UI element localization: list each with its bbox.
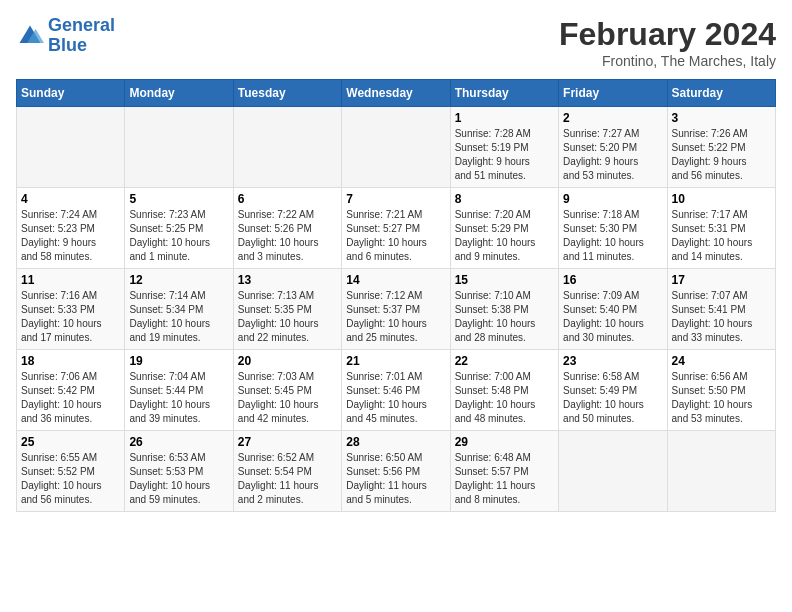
day-number: 29 [455, 435, 554, 449]
calendar-cell: 21Sunrise: 7:01 AMSunset: 5:46 PMDayligh… [342, 350, 450, 431]
logo-icon [16, 22, 44, 50]
day-info: Sunrise: 7:24 AMSunset: 5:23 PMDaylight:… [21, 208, 120, 264]
page-title: February 2024 [559, 16, 776, 53]
day-info: Sunrise: 6:55 AMSunset: 5:52 PMDaylight:… [21, 451, 120, 507]
calendar-cell: 18Sunrise: 7:06 AMSunset: 5:42 PMDayligh… [17, 350, 125, 431]
weekday-header-saturday: Saturday [667, 80, 775, 107]
calendar-cell: 12Sunrise: 7:14 AMSunset: 5:34 PMDayligh… [125, 269, 233, 350]
header: General Blue February 2024 Frontino, The… [16, 16, 776, 69]
day-number: 26 [129, 435, 228, 449]
calendar-cell [342, 107, 450, 188]
calendar-cell: 26Sunrise: 6:53 AMSunset: 5:53 PMDayligh… [125, 431, 233, 512]
day-number: 6 [238, 192, 337, 206]
day-number: 23 [563, 354, 662, 368]
day-number: 14 [346, 273, 445, 287]
day-number: 25 [21, 435, 120, 449]
day-info: Sunrise: 7:17 AMSunset: 5:31 PMDaylight:… [672, 208, 771, 264]
weekday-header-friday: Friday [559, 80, 667, 107]
calendar-cell: 13Sunrise: 7:13 AMSunset: 5:35 PMDayligh… [233, 269, 341, 350]
calendar-cell: 1Sunrise: 7:28 AMSunset: 5:19 PMDaylight… [450, 107, 558, 188]
day-info: Sunrise: 6:53 AMSunset: 5:53 PMDaylight:… [129, 451, 228, 507]
calendar-cell: 9Sunrise: 7:18 AMSunset: 5:30 PMDaylight… [559, 188, 667, 269]
calendar-cell [559, 431, 667, 512]
calendar-cell: 5Sunrise: 7:23 AMSunset: 5:25 PMDaylight… [125, 188, 233, 269]
day-info: Sunrise: 7:26 AMSunset: 5:22 PMDaylight:… [672, 127, 771, 183]
logo: General Blue [16, 16, 115, 56]
day-number: 1 [455, 111, 554, 125]
day-info: Sunrise: 7:27 AMSunset: 5:20 PMDaylight:… [563, 127, 662, 183]
day-number: 9 [563, 192, 662, 206]
day-info: Sunrise: 7:09 AMSunset: 5:40 PMDaylight:… [563, 289, 662, 345]
weekday-header-thursday: Thursday [450, 80, 558, 107]
day-info: Sunrise: 6:50 AMSunset: 5:56 PMDaylight:… [346, 451, 445, 507]
day-number: 7 [346, 192, 445, 206]
title-section: February 2024 Frontino, The Marches, Ita… [559, 16, 776, 69]
day-number: 17 [672, 273, 771, 287]
calendar-cell [233, 107, 341, 188]
day-number: 28 [346, 435, 445, 449]
day-number: 5 [129, 192, 228, 206]
calendar-cell: 17Sunrise: 7:07 AMSunset: 5:41 PMDayligh… [667, 269, 775, 350]
day-info: Sunrise: 7:14 AMSunset: 5:34 PMDaylight:… [129, 289, 228, 345]
calendar-cell: 27Sunrise: 6:52 AMSunset: 5:54 PMDayligh… [233, 431, 341, 512]
day-info: Sunrise: 7:10 AMSunset: 5:38 PMDaylight:… [455, 289, 554, 345]
day-info: Sunrise: 6:52 AMSunset: 5:54 PMDaylight:… [238, 451, 337, 507]
day-info: Sunrise: 7:20 AMSunset: 5:29 PMDaylight:… [455, 208, 554, 264]
calendar-table: SundayMondayTuesdayWednesdayThursdayFrid… [16, 79, 776, 512]
day-number: 15 [455, 273, 554, 287]
day-number: 21 [346, 354, 445, 368]
day-number: 4 [21, 192, 120, 206]
day-number: 10 [672, 192, 771, 206]
day-info: Sunrise: 7:28 AMSunset: 5:19 PMDaylight:… [455, 127, 554, 183]
day-number: 12 [129, 273, 228, 287]
calendar-cell: 16Sunrise: 7:09 AMSunset: 5:40 PMDayligh… [559, 269, 667, 350]
calendar-cell: 14Sunrise: 7:12 AMSunset: 5:37 PMDayligh… [342, 269, 450, 350]
calendar-cell: 20Sunrise: 7:03 AMSunset: 5:45 PMDayligh… [233, 350, 341, 431]
day-info: Sunrise: 7:23 AMSunset: 5:25 PMDaylight:… [129, 208, 228, 264]
day-info: Sunrise: 7:22 AMSunset: 5:26 PMDaylight:… [238, 208, 337, 264]
calendar-cell: 15Sunrise: 7:10 AMSunset: 5:38 PMDayligh… [450, 269, 558, 350]
day-number: 20 [238, 354, 337, 368]
calendar-cell [17, 107, 125, 188]
calendar-week-row: 11Sunrise: 7:16 AMSunset: 5:33 PMDayligh… [17, 269, 776, 350]
day-number: 8 [455, 192, 554, 206]
day-number: 2 [563, 111, 662, 125]
calendar-week-row: 18Sunrise: 7:06 AMSunset: 5:42 PMDayligh… [17, 350, 776, 431]
logo-text: General Blue [48, 16, 115, 56]
day-info: Sunrise: 7:18 AMSunset: 5:30 PMDaylight:… [563, 208, 662, 264]
day-number: 16 [563, 273, 662, 287]
calendar-cell: 23Sunrise: 6:58 AMSunset: 5:49 PMDayligh… [559, 350, 667, 431]
calendar-cell: 22Sunrise: 7:00 AMSunset: 5:48 PMDayligh… [450, 350, 558, 431]
day-info: Sunrise: 7:03 AMSunset: 5:45 PMDaylight:… [238, 370, 337, 426]
weekday-header-row: SundayMondayTuesdayWednesdayThursdayFrid… [17, 80, 776, 107]
weekday-header-tuesday: Tuesday [233, 80, 341, 107]
calendar-cell: 11Sunrise: 7:16 AMSunset: 5:33 PMDayligh… [17, 269, 125, 350]
calendar-cell [667, 431, 775, 512]
weekday-header-sunday: Sunday [17, 80, 125, 107]
day-number: 18 [21, 354, 120, 368]
calendar-cell [125, 107, 233, 188]
day-number: 24 [672, 354, 771, 368]
calendar-cell: 7Sunrise: 7:21 AMSunset: 5:27 PMDaylight… [342, 188, 450, 269]
calendar-cell: 6Sunrise: 7:22 AMSunset: 5:26 PMDaylight… [233, 188, 341, 269]
day-info: Sunrise: 7:06 AMSunset: 5:42 PMDaylight:… [21, 370, 120, 426]
page-subtitle: Frontino, The Marches, Italy [559, 53, 776, 69]
day-info: Sunrise: 7:16 AMSunset: 5:33 PMDaylight:… [21, 289, 120, 345]
day-info: Sunrise: 7:12 AMSunset: 5:37 PMDaylight:… [346, 289, 445, 345]
day-info: Sunrise: 6:58 AMSunset: 5:49 PMDaylight:… [563, 370, 662, 426]
calendar-week-row: 1Sunrise: 7:28 AMSunset: 5:19 PMDaylight… [17, 107, 776, 188]
weekday-header-wednesday: Wednesday [342, 80, 450, 107]
day-info: Sunrise: 7:13 AMSunset: 5:35 PMDaylight:… [238, 289, 337, 345]
calendar-cell: 10Sunrise: 7:17 AMSunset: 5:31 PMDayligh… [667, 188, 775, 269]
calendar-cell: 3Sunrise: 7:26 AMSunset: 5:22 PMDaylight… [667, 107, 775, 188]
day-info: Sunrise: 6:56 AMSunset: 5:50 PMDaylight:… [672, 370, 771, 426]
day-number: 22 [455, 354, 554, 368]
day-info: Sunrise: 6:48 AMSunset: 5:57 PMDaylight:… [455, 451, 554, 507]
day-number: 3 [672, 111, 771, 125]
weekday-header-monday: Monday [125, 80, 233, 107]
day-info: Sunrise: 7:21 AMSunset: 5:27 PMDaylight:… [346, 208, 445, 264]
day-number: 27 [238, 435, 337, 449]
calendar-cell: 24Sunrise: 6:56 AMSunset: 5:50 PMDayligh… [667, 350, 775, 431]
calendar-cell: 2Sunrise: 7:27 AMSunset: 5:20 PMDaylight… [559, 107, 667, 188]
day-info: Sunrise: 7:07 AMSunset: 5:41 PMDaylight:… [672, 289, 771, 345]
